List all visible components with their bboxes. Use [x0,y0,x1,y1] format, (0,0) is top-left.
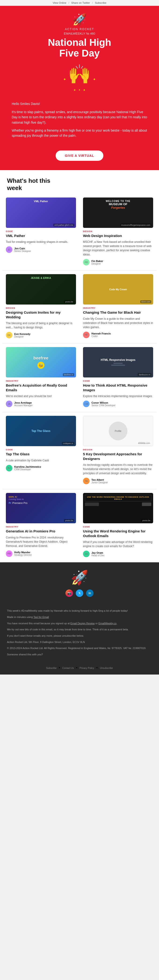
footer-shared: Someone shared this with you? [7,652,152,657]
vml-pather-img-text: VML Pather [6,197,76,205]
invites-image: JESSIE & ERIKA youtu.be [6,274,76,305]
article-responsive: HTML Responsive Images danbuzzo.ro CODE … [80,344,157,412]
beefree-bee: 🐝 [37,362,45,369]
wordrender-title: Using the Word Rendering Engine for Outl… [83,529,153,538]
rocket-icon: 🚀 [10,13,149,26]
footer-address: Action Rocket Ltd, 5th Floor, 9 Dallingt… [7,640,152,644]
tapglass-desc: A cute animation by Gabriele Casti [6,458,76,463]
separator-1: / [68,2,69,4]
wordrender-tag: CODE [83,526,153,528]
blackhair-img-content: Code My Crown [83,274,153,305]
article-beefree: beefree 🐝 beefree.io INDUSTRY Beefree's … [2,344,80,412]
blackhair-avatar: HF [83,332,89,338]
brand-label: ACTION ROCKET [10,27,149,31]
hero-title: National HighFive Day [10,37,149,59]
invites-author-role: Designer [14,336,30,338]
responsive-image: HTML Responsive Images danbuzzo.ro [83,347,153,377]
taxi-link[interactable]: Taxi for Email [33,616,49,619]
beefree-img-content: beefree 🐝 [6,347,76,377]
invites-author-name: Eve Kennedy [14,332,30,336]
emailweekly-link[interactable]: EmailWeekly.co [99,622,116,625]
blackhair-tag: INDUSTRY [83,307,153,309]
share-twitter-link[interactable]: Share on Twitter [71,2,90,4]
genai-title: Generative AI in Premiere Pro [6,529,76,534]
wordrender-image: USE THE WORD RENDERING ENGINE TO ENHANCE… [83,493,153,523]
blackhair-author-role: Coder [91,335,111,337]
blackhair-image: Code My Crown dove.com [83,274,153,305]
footer-contact-link[interactable]: Contact Us [62,667,74,670]
tapglass-avatar: KJ [6,465,13,471]
genai-author-row: HM Holly Mander Strategy Director [6,550,76,557]
vml-pather-desc: Tool for creating organic-looking shapes… [6,240,76,244]
hero-line1: It's time to slap palms, spread smiles, … [12,110,147,125]
view-online-link[interactable]: View Online [52,2,67,4]
vml-pather-author-role: Senior Designer [14,250,31,253]
top-bar: View Online / Share on Twitter / Subscri… [0,0,159,6]
footer-made-by: This week's #EmailWeekly was made by Han… [7,609,152,613]
wordrender-author-row: JO Jay Oram Head of Dev [83,550,153,557]
web-design-avatar: FB [83,259,89,266]
responsive-author-info: Conor Wilson Senior CRM Developer [91,401,116,407]
web-design-domain: museumofforgeriespcasso.com [120,224,151,226]
web-design-img-content: WELCOME TO THE MUSEUM OF Forgeries [83,197,153,212]
5key-domain: dribbble.com [137,442,151,445]
issue-label: EMAILWEEKLY № 460 [10,32,149,35]
article-row-2: JESSIE & ERIKA youtu.be DESIGN Designing… [2,270,157,344]
invites-author-info: Eve Kennedy Designer [14,332,30,338]
footer-section: 🚀 📷 𝕏 in [0,562,159,609]
footer-unsubscribe-link[interactable]: Unsubscribe [100,667,113,670]
responsive-tag: CODE [83,380,153,382]
articles-section: VML Pather vml-pather.glitch.me CODE VML… [0,194,159,563]
tapglass-tag: CODE [6,449,76,451]
article-wordrender: USE THE WORD RENDERING ENGINE TO ENHANCE… [80,489,157,562]
footer-text-section: This week's #EmailWeekly was made by Han… [0,609,159,663]
star-3: ★ [83,88,86,92]
invites-avatar: EK [6,332,13,339]
star-2: ✦ [78,88,81,92]
wordrender-author-name: Jay Oram [91,551,105,554]
footer-privacy-link[interactable]: Privacy Policy [80,667,94,670]
footer-subscribe-link[interactable]: Subscribe [46,667,56,670]
instagram-link[interactable]: 📷 [65,589,73,597]
twitter-icon: 𝕏 [78,592,81,595]
beefree-domain: beefree.io [63,373,74,376]
blackhair-title: Changing The Game for Black Hair [83,310,153,315]
responsive-author-role: Senior CRM Developer [91,404,116,407]
footer-links-section: Subscribe • Contact Us • Privacy Policy … [0,663,159,675]
blackhair-author-row: HF Hannah Francis Coder [83,332,153,338]
twitter-link[interactable]: 𝕏 [76,589,83,597]
5key-img-content: Profile [83,416,153,446]
article-vml-pather: VML Pather vml-pather.glitch.me CODE VML… [2,194,80,270]
article-tapglass: Tap The Glass codepen.io CODE Tap The Gl… [2,412,80,489]
web-design-tag: DESIGN [83,230,153,232]
subscribe-link[interactable]: Subscribe [95,2,107,4]
cta-section: GIVE A VIRTUAL [0,148,159,170]
web-design-author-name: Fin Baker [91,260,103,262]
beefree-desc: We're excited and you should be too! [6,394,76,398]
sparkle-left: ✦ [63,77,66,81]
linkedin-link[interactable]: in [86,589,94,597]
article-invites: JESSIE & ERIKA youtu.be DESIGN Designing… [2,270,80,343]
web-design-desc: MSCHF, a New York-based art collective u… [83,240,153,257]
beefree-tag: INDUSTRY [6,380,76,382]
invites-tag: DESIGN [6,307,76,309]
responsive-title: How to Think About HTML Responsive Image… [83,383,153,392]
tapglass-image: Tap The Glass codepen.io [6,416,76,446]
tapglass-domain: codepen.io [62,442,74,445]
sparkle-right: ✦ [93,77,96,81]
footer-made-with: Made in minutes using Taxi for Email [7,615,152,619]
article-web-design: WELCOME TO THE MUSEUM OF Forgeries museu… [80,194,157,270]
article-row-5: GEN AI Coming Soon to Pr Premiere Pro yo… [2,489,157,562]
footer-try-out: We try out new bits of code in this emai… [7,627,152,632]
cta-button[interactable]: GIVE A VIRTUAL [56,151,103,161]
email-design-review-link[interactable]: Email Design Review [70,622,95,625]
web-design-image: WELCOME TO THE MUSEUM OF Forgeries museu… [83,197,153,228]
invites-desc: The blessing and curse of being a graphi… [6,321,76,329]
responsive-author-name: Conor Wilson [91,401,116,404]
5key-tag: DESIGN [83,449,153,451]
hands-emoji: 🙌 [68,64,91,84]
footer-unsubscribe-note: If you don't want these emails any more,… [7,634,152,638]
beefree-author-row: JA Jess Armitage Account Manager [6,401,76,407]
beefree-author-name: Jess Armitage [14,401,32,404]
blackhair-domain: dove.com [140,300,151,303]
